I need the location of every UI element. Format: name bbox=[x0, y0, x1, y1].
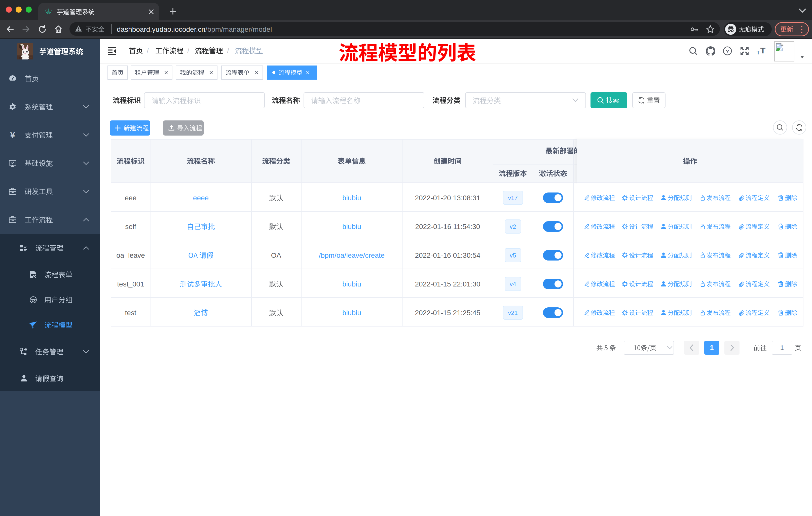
svg-text:biubiu: biubiu bbox=[342, 194, 361, 202]
svg-text:/: / bbox=[147, 47, 149, 55]
svg-text:2022-01-16 11:54:30: 2022-01-16 11:54:30 bbox=[415, 223, 480, 230]
svg-text:OA: OA bbox=[271, 251, 282, 259]
svg-text:biubiu: biubiu bbox=[342, 309, 361, 317]
svg-text:/bpm/oa/leave/create: /bpm/oa/leave/create bbox=[319, 251, 385, 259]
svg-text:eee: eee bbox=[125, 194, 137, 202]
svg-text:2022-01-16 01:30:54: 2022-01-16 01:30:54 bbox=[415, 251, 480, 259]
svg-text:1: 1 bbox=[780, 344, 784, 351]
svg-text:v2: v2 bbox=[510, 223, 516, 230]
svg-text:v21: v21 bbox=[508, 309, 518, 316]
svg-text:test_001: test_001 bbox=[117, 280, 144, 288]
svg-text:1: 1 bbox=[710, 344, 714, 351]
svg-text:dashboard.yudao.iocoder.cn/bpm: dashboard.yudao.iocoder.cn/bpm/manager/m… bbox=[117, 25, 272, 33]
svg-text:eeee: eeee bbox=[193, 194, 209, 202]
svg-text:biubiu: biubiu bbox=[342, 223, 361, 230]
svg-text:biubiu: biubiu bbox=[342, 280, 361, 288]
svg-text:2022-01-15 21:25:45: 2022-01-15 21:25:45 bbox=[415, 309, 480, 317]
svg-text:test: test bbox=[125, 309, 136, 317]
svg-text:/: / bbox=[227, 47, 229, 55]
svg-text:v5: v5 bbox=[510, 252, 516, 259]
svg-text:/: / bbox=[187, 47, 189, 55]
svg-text:v17: v17 bbox=[508, 194, 518, 201]
svg-text:oa_leave: oa_leave bbox=[116, 251, 145, 259]
svg-text:v4: v4 bbox=[510, 281, 516, 288]
svg-text:2022-01-15 22:01:30: 2022-01-15 22:01:30 bbox=[415, 280, 480, 288]
svg-text:self: self bbox=[125, 223, 136, 230]
svg-text:¥: ¥ bbox=[10, 130, 15, 140]
svg-text:2022-01-20 13:08:31: 2022-01-20 13:08:31 bbox=[415, 194, 480, 202]
